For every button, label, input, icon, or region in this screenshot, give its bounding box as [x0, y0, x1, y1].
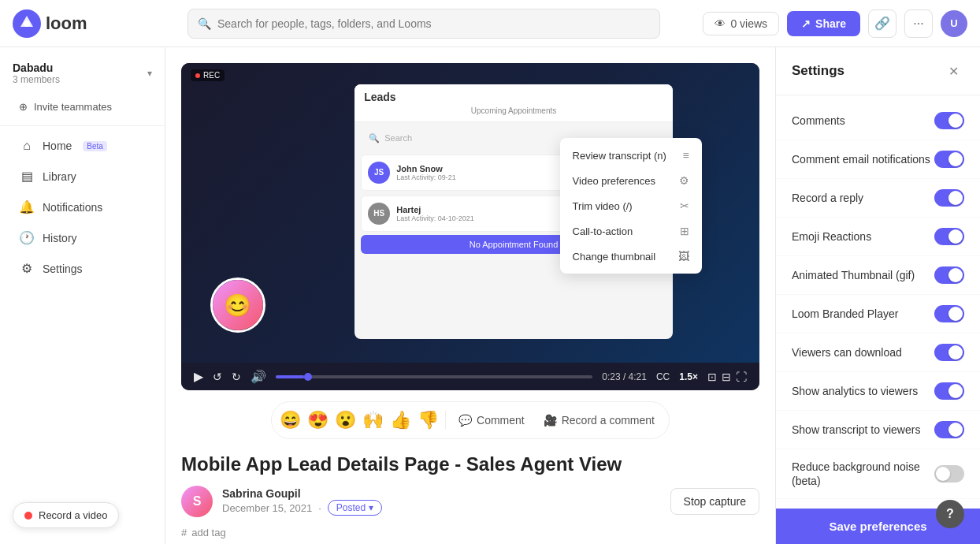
- mockup-subtitle: Upcoming Appointments: [364, 106, 663, 115]
- topbar-right: 👁 0 views ↗ Share 🔗 ··· U: [703, 9, 967, 38]
- toggle-show-analytics[interactable]: [934, 382, 964, 400]
- emoji-thumbs-down[interactable]: 👎: [418, 410, 439, 430]
- emoji-wow[interactable]: 😮: [335, 410, 356, 430]
- fullscreen-button[interactable]: ⛶: [736, 371, 747, 383]
- setting-record-reply: Record a reply: [776, 179, 980, 218]
- posted-badge[interactable]: Posted ▾: [328, 500, 382, 516]
- record-video-button[interactable]: Record a video: [13, 502, 119, 528]
- author-info: Sabrina Goupil December 15, 2021 · Poste…: [222, 487, 382, 516]
- views-button[interactable]: 👁 0 views: [703, 12, 779, 35]
- help-button[interactable]: ?: [936, 500, 964, 528]
- mockup-search-label: Search: [384, 133, 412, 143]
- record-comment-button[interactable]: 🎥 Record a comment: [537, 411, 661, 430]
- mockup-header: Leads Upcoming Appointments: [355, 84, 673, 122]
- workspace-info: Dabadu 3 members: [13, 61, 60, 85]
- ctx-video-preferences[interactable]: Video preferences ⚙: [560, 168, 702, 193]
- contact1-activity: Last Activity: 09-21: [396, 173, 456, 181]
- list-icon: ≡: [682, 149, 689, 162]
- search-bar[interactable]: 🔍: [187, 9, 660, 39]
- link-icon-button[interactable]: 🔗: [868, 9, 896, 38]
- toggle-knob: [948, 152, 963, 166]
- progress-bar[interactable]: [276, 375, 592, 378]
- progress-fill: [276, 375, 304, 378]
- rewind-button[interactable]: ↺: [213, 371, 222, 383]
- view-buttons: ⊡ ⊟ ⛶: [707, 371, 747, 383]
- setting-label-record-reply: Record a reply: [792, 191, 863, 205]
- library-icon: ▤: [19, 169, 35, 184]
- ctx-call-to-action[interactable]: Call-to-action ⊞: [560, 218, 702, 244]
- toggle-show-transcript[interactable]: [934, 421, 964, 438]
- emoji-thumbs-up[interactable]: 👍: [390, 410, 411, 430]
- setting-animated-thumbnail: Animated Thumbnail (gif): [776, 256, 980, 295]
- emoji-love[interactable]: 😍: [307, 410, 329, 430]
- share-button[interactable]: ↗ Share: [787, 11, 860, 36]
- toggle-comment-email[interactable]: [934, 151, 964, 168]
- setting-show-transcript: Show transcript to viewers: [776, 411, 980, 449]
- setting-label-show-analytics: Show analytics to viewers: [792, 384, 918, 398]
- toggle-record-reply[interactable]: [934, 189, 964, 207]
- toggle-reduce-noise[interactable]: [934, 465, 964, 483]
- sidebar-item-notifications[interactable]: 🔔 Notifications: [6, 192, 158, 222]
- toggle-emoji-reactions[interactable]: [934, 228, 964, 245]
- speed-button[interactable]: 1.5×: [679, 371, 698, 382]
- stop-capture-button[interactable]: Stop capture: [670, 488, 759, 515]
- record-dot-icon: [24, 512, 32, 520]
- sidebar-item-history[interactable]: 🕐 History: [6, 223, 158, 252]
- presenter-avatar: 😊: [213, 280, 263, 330]
- picture-in-picture-button[interactable]: ⊟: [722, 371, 731, 383]
- toggle-knob: [948, 268, 963, 282]
- toggle-knob: [948, 114, 963, 128]
- presenter-avatar-overlay: 😊: [210, 278, 265, 333]
- main-content: REC Leads Upcoming Appointments 🔍 Se: [165, 47, 775, 544]
- author-name: Sabrina Goupil: [222, 487, 382, 500]
- search-icon: 🔍: [198, 17, 211, 30]
- setting-label-comments: Comments: [792, 114, 845, 128]
- ctx-change-thumbnail[interactable]: Change thumbnail 🖼: [560, 244, 702, 269]
- user-avatar[interactable]: U: [941, 10, 967, 37]
- plus-circle-icon: ⊕: [19, 101, 28, 113]
- captions-button[interactable]: CC: [656, 371, 670, 382]
- workspace-members: 3 members: [13, 74, 60, 85]
- contact1-avatar: JS: [368, 162, 390, 184]
- ctx-trim-video[interactable]: Trim video (/) ✂: [560, 193, 702, 218]
- ctx-review-transcript[interactable]: Review transcript (n) ≡: [560, 143, 702, 168]
- chevron-down-icon: ▾: [147, 68, 152, 79]
- sidebar-item-settings[interactable]: ⚙ Settings: [6, 254, 158, 283]
- rec-text: REC: [203, 71, 220, 80]
- toggle-knob: [948, 191, 963, 205]
- setting-viewers-download: Viewers can download: [776, 333, 980, 372]
- contact2-avatar: HS: [368, 203, 390, 225]
- comment-button[interactable]: 💬 Comment: [452, 411, 531, 430]
- setting-label-comment-email: Comment email notifications: [792, 152, 930, 166]
- forward-button[interactable]: ↻: [232, 371, 241, 383]
- video-player[interactable]: REC Leads Upcoming Appointments 🔍 Se: [181, 63, 759, 363]
- toggle-animated-thumbnail[interactable]: [934, 266, 964, 284]
- invite-teammates-button[interactable]: ⊕ Invite teammates: [6, 95, 158, 119]
- more-options-button[interactable]: ···: [904, 9, 933, 38]
- emoji-reactions-row: 😄 😍 😮 🙌 👍 👎 💬 Comment 🎥 Record a comment: [271, 401, 670, 439]
- toggle-comments[interactable]: [934, 112, 964, 129]
- home-icon: ⌂: [19, 139, 35, 153]
- toggle-knob: [948, 229, 963, 244]
- rec-dot: [195, 73, 200, 78]
- settings-close-button[interactable]: ✕: [942, 60, 964, 82]
- tag-icon: #: [181, 527, 187, 538]
- emoji-laugh[interactable]: 😄: [280, 410, 301, 430]
- search-input[interactable]: [217, 17, 650, 30]
- toggle-viewers-download[interactable]: [934, 344, 964, 361]
- mini-player-button[interactable]: ⊡: [707, 371, 717, 383]
- author-row: S Sabrina Goupil December 15, 2021 · Pos…: [181, 486, 759, 517]
- toggle-loom-branded[interactable]: [934, 305, 964, 322]
- setting-label-emoji-reactions: Emoji Reactions: [792, 229, 871, 244]
- video-container: REC Leads Upcoming Appointments 🔍 Se: [181, 63, 759, 390]
- workspace-selector[interactable]: Dabadu 3 members ▾: [0, 54, 165, 93]
- sidebar-item-home[interactable]: ⌂ Home Beta: [6, 132, 158, 160]
- author-avatar: S: [181, 486, 213, 517]
- scissors-icon: ✂: [680, 199, 689, 212]
- volume-button[interactable]: 🔊: [251, 369, 266, 384]
- toggle-knob: [948, 384, 963, 398]
- play-button[interactable]: ▶: [194, 369, 203, 384]
- add-tag-button[interactable]: # add tag: [181, 527, 759, 538]
- emoji-raise-hands[interactable]: 🙌: [362, 410, 384, 430]
- sidebar-item-library[interactable]: ▤ Library: [6, 162, 158, 191]
